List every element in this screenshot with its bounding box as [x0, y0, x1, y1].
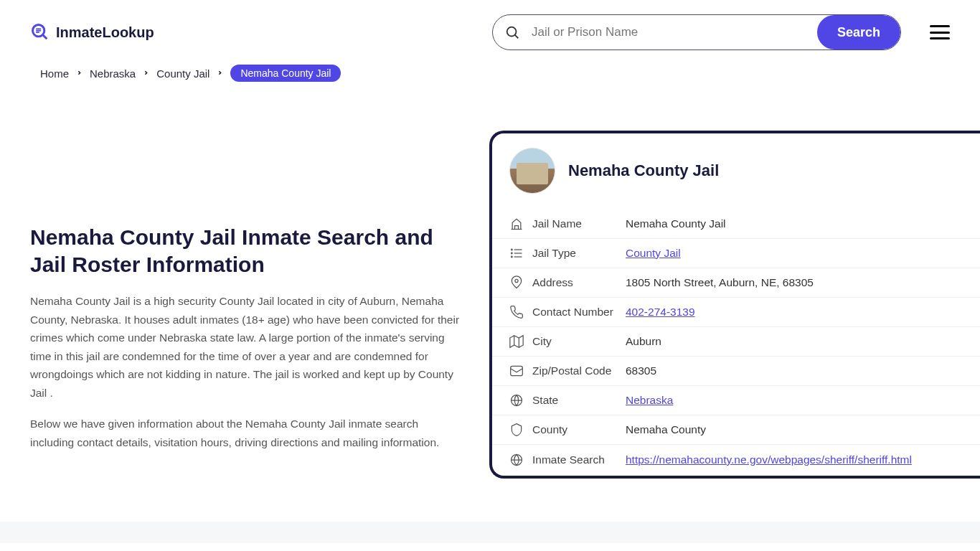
- row-label: Contact Number: [532, 306, 617, 319]
- chevron-right-icon: [76, 68, 83, 78]
- row-value-link[interactable]: Nebraska: [626, 394, 673, 407]
- globe-icon: [509, 453, 524, 467]
- phone-icon: [509, 305, 524, 319]
- row-value: Auburn: [626, 335, 661, 348]
- page-title: Nemaha County Jail Inmate Search and Jai…: [30, 224, 461, 278]
- main: Nemaha County Jail Inmate Search and Jai…: [0, 88, 980, 522]
- search-button[interactable]: Search: [817, 15, 900, 50]
- svg-point-5: [507, 27, 517, 37]
- row-value: 1805 North Street, Auburn, NE, 68305: [626, 276, 814, 289]
- row-value-link[interactable]: 402-274-3139: [626, 306, 695, 319]
- row-contact: Contact Number 402-274-3139: [492, 298, 980, 327]
- row-city: City Auburn: [492, 327, 980, 357]
- breadcrumb-current: Nemaha County Jail: [230, 65, 341, 82]
- svg-line-6: [515, 35, 519, 39]
- info-column: Nemaha County Jail Jail Name Nemaha Coun…: [489, 131, 980, 479]
- row-label: County: [532, 423, 617, 436]
- svg-point-12: [512, 256, 513, 258]
- footer-spacer: [0, 522, 980, 543]
- row-zip: Zip/Postal Code 68305: [492, 357, 980, 386]
- row-county: County Nemaha County: [492, 415, 980, 445]
- brand-name: InmateLookup: [56, 24, 154, 41]
- menu-button[interactable]: [930, 25, 950, 39]
- svg-point-10: [512, 249, 513, 250]
- jail-info-card: Nemaha County Jail Jail Name Nemaha Coun…: [489, 131, 980, 479]
- card-header: Nemaha County Jail: [492, 133, 980, 209]
- header-right: Search: [492, 14, 950, 50]
- mail-icon: [509, 364, 524, 378]
- row-value: 68305: [626, 364, 656, 377]
- search-icon: [493, 24, 526, 40]
- page-description-1: Nemaha County Jail is a high security Co…: [30, 292, 461, 402]
- svg-rect-17: [511, 366, 523, 375]
- search-container: Search: [492, 14, 901, 50]
- row-value-link[interactable]: https://nemahacounty.ne.gov/webpages/she…: [626, 453, 912, 466]
- breadcrumb: Home Nebraska County Jail Nemaha County …: [0, 65, 980, 88]
- row-label: State: [532, 394, 617, 407]
- location-icon: [509, 276, 524, 290]
- chevron-right-icon: [143, 68, 149, 78]
- chevron-right-icon: [217, 68, 223, 78]
- row-state: State Nebraska: [492, 386, 980, 415]
- row-label: Zip/Postal Code: [532, 364, 617, 377]
- row-label: Inmate Search: [532, 453, 617, 466]
- row-jail-type: Jail Type County Jail: [492, 239, 980, 268]
- search-person-icon: [30, 22, 50, 42]
- row-label: Jail Name: [532, 217, 617, 230]
- list-icon: [509, 246, 524, 260]
- row-label: Address: [532, 276, 617, 289]
- row-address: Address 1805 North Street, Auburn, NE, 6…: [492, 268, 980, 298]
- svg-line-1: [43, 35, 47, 39]
- header: InmateLookup Search: [0, 0, 980, 65]
- card-title: Nemaha County Jail: [568, 161, 719, 180]
- globe-icon: [509, 393, 524, 408]
- row-jail-name: Jail Name Nemaha County Jail: [492, 209, 980, 239]
- search-input[interactable]: [526, 25, 817, 39]
- logo[interactable]: InmateLookup: [30, 22, 154, 42]
- row-value-link[interactable]: County Jail: [626, 247, 681, 260]
- row-label: City: [532, 335, 617, 348]
- row-label: Jail Type: [532, 247, 617, 260]
- row-value: Nemaha County: [626, 423, 706, 436]
- svg-point-11: [512, 253, 513, 254]
- breadcrumb-link-nebraska[interactable]: Nebraska: [90, 67, 136, 80]
- breadcrumb-link-home[interactable]: Home: [40, 67, 69, 80]
- row-inmate-search: Inmate Search https://nemahacounty.ne.go…: [492, 445, 980, 474]
- page-description-2: Below we have given information about th…: [30, 415, 461, 451]
- building-icon: [509, 217, 524, 231]
- jail-avatar: [509, 148, 555, 194]
- content-column: Nemaha County Jail Inmate Search and Jai…: [30, 131, 461, 479]
- shield-icon: [509, 423, 524, 437]
- svg-point-13: [515, 279, 518, 282]
- map-icon: [509, 334, 524, 349]
- row-value: Nemaha County Jail: [626, 217, 726, 230]
- breadcrumb-link-county-jail[interactable]: County Jail: [156, 67, 209, 80]
- svg-marker-14: [510, 336, 523, 348]
